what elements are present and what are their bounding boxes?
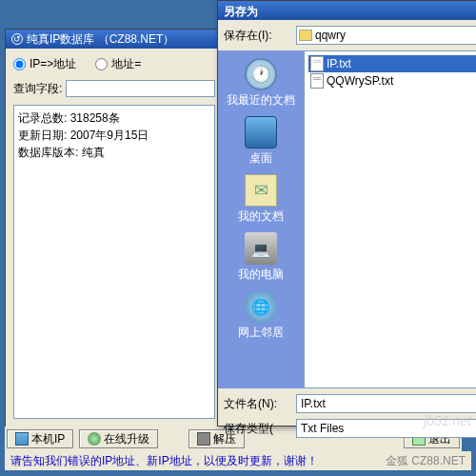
places-bar: 我最近的文档 桌面 我的文档 我的电脑 网上邻居	[218, 50, 304, 388]
local-ip-button[interactable]: 本机IP	[7, 429, 73, 448]
radio-address-input[interactable]	[95, 58, 108, 70]
online-upgrade-button[interactable]: 在线升级	[79, 429, 158, 448]
save-dialog-titlebar: 另存为	[218, 1, 476, 20]
status-message: 请告知我们错误的IP地址、新IP地址，以便及时更新，谢谢！	[10, 453, 318, 469]
query-input[interactable]	[66, 80, 215, 97]
filetype-label: 保存类型(	[224, 421, 292, 437]
place-my-documents[interactable]: 我的文档	[238, 174, 284, 225]
query-label: 查询字段:	[13, 81, 62, 97]
update-date-text: 更新日期: 2007年9月15日	[18, 127, 210, 144]
radio-ip-input[interactable]	[13, 58, 26, 70]
desktop-icon	[245, 116, 277, 149]
place-network[interactable]: 网上邻居	[238, 290, 284, 341]
status-brand: 金狐 CZ88.NET	[386, 453, 466, 469]
file-item-ip-txt[interactable]: IP.txt	[308, 55, 476, 72]
folder-icon	[299, 30, 312, 41]
filename-label: 文件名(N):	[224, 396, 292, 412]
status-bar: 请告知我们错误的IP地址、新IP地址，以便及时更新，谢谢！ 金狐 CZ88.NE…	[5, 451, 471, 470]
file-list[interactable]: IP.txt QQWrySP.txt	[304, 50, 476, 388]
main-window-titlebar: 纯真IP数据库 （CZ88.NET）	[6, 30, 223, 49]
disk-icon	[197, 432, 210, 446]
file-item-qqwrysp-txt[interactable]: QQWrySP.txt	[308, 72, 476, 89]
documents-icon	[245, 174, 277, 207]
record-count-text: 记录总数: 318258条	[18, 109, 210, 127]
filetype-combo[interactable]: Txt Files	[296, 419, 476, 438]
text-file-icon	[310, 56, 324, 71]
save-as-dialog: 另存为 保存在(I): qqwry 我最近的文档 桌面 我的文档 我的电脑	[217, 0, 476, 426]
radio-address-mode[interactable]: 地址=	[95, 56, 141, 72]
computer-icon	[15, 432, 29, 446]
app-icon	[11, 33, 23, 45]
mode-radio-group: IP=>地址 地址=	[13, 56, 215, 72]
my-computer-icon	[245, 232, 277, 265]
recent-docs-icon	[245, 58, 277, 90]
save-in-value: qqwry	[315, 29, 346, 42]
db-version-text: 数据库版本: 纯真	[18, 144, 210, 161]
filename-combo[interactable]: IP.txt	[296, 394, 476, 413]
radio-ip-to-address[interactable]: IP=>地址	[13, 56, 76, 72]
place-my-computer[interactable]: 我的电脑	[238, 232, 284, 283]
save-in-combo[interactable]: qqwry	[296, 26, 476, 45]
info-text-area: 记录总数: 318258条 更新日期: 2007年9月15日 数据库版本: 纯真	[13, 105, 215, 419]
main-window-title: 纯真IP数据库 （CZ88.NET）	[27, 31, 174, 48]
place-recent-docs[interactable]: 我最近的文档	[227, 58, 295, 109]
network-icon	[245, 290, 277, 323]
save-in-label: 保存在(I):	[224, 28, 292, 44]
globe-icon	[88, 432, 101, 446]
place-desktop[interactable]: 桌面	[245, 116, 277, 167]
ip-database-window: 纯真IP数据库 （CZ88.NET） IP=>地址 地址= 查询字段: 记录总数…	[5, 29, 224, 457]
text-file-icon	[310, 73, 324, 89]
